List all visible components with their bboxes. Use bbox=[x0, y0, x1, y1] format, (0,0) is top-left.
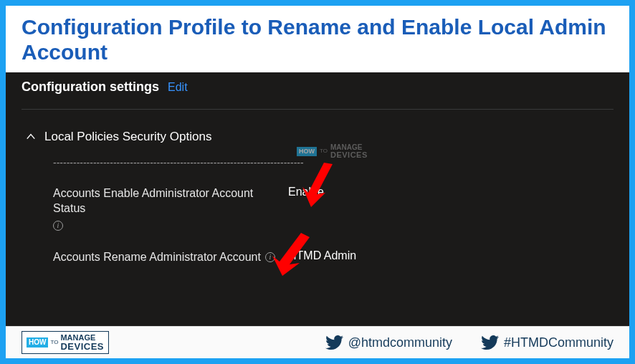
setting-label-text: Accounts Enable Administrator Account St… bbox=[53, 186, 282, 216]
footer-handles: @htmdcommunity #HTMDCommunity bbox=[325, 333, 613, 352]
info-icon[interactable]: i bbox=[265, 252, 275, 262]
setting-value: HTMD Admin bbox=[288, 249, 356, 262]
config-settings-panel: Configuration settings Edit Local Polici… bbox=[6, 72, 629, 326]
twitter-handle-community[interactable]: @htmdcommunity bbox=[325, 333, 452, 352]
info-icon[interactable]: i bbox=[53, 221, 63, 231]
footer-logo-to: TO bbox=[50, 340, 58, 345]
twitter-icon bbox=[481, 333, 500, 352]
panel-title: Configuration settings bbox=[22, 80, 159, 95]
setting-value: Enable bbox=[288, 186, 324, 198]
footer-logo-how: HOW bbox=[27, 337, 48, 348]
setting-row-rename-admin: Accounts Rename Administrator Account i … bbox=[53, 249, 613, 265]
divider bbox=[22, 109, 613, 110]
twitter-hashtag-community[interactable]: #HTMDCommunity bbox=[481, 333, 613, 352]
twitter-icon bbox=[325, 333, 344, 352]
setting-label: Accounts Enable Administrator Account St… bbox=[53, 186, 282, 231]
panel-header: Configuration settings Edit bbox=[6, 72, 629, 103]
setting-label: Accounts Rename Administrator Account i bbox=[53, 249, 282, 265]
watermark-logo: HOW TO MANAGE DEVICES bbox=[297, 144, 368, 159]
watermark-devices: DEVICES bbox=[330, 151, 368, 159]
handle-text: @htmdcommunity bbox=[348, 335, 452, 350]
policy-section: Local Policies Security Options --------… bbox=[6, 115, 629, 265]
footer-logo: HOW TO MANAGE DEVICES bbox=[22, 331, 109, 354]
page-title: Configuration Profile to Rename and Enab… bbox=[22, 14, 613, 65]
setting-row-enable-admin: Accounts Enable Administrator Account St… bbox=[53, 186, 613, 231]
chevron-up-icon bbox=[26, 132, 36, 142]
handle-text: #HTMDCommunity bbox=[504, 335, 613, 350]
footer: HOW TO MANAGE DEVICES @htmdcommunity #HT… bbox=[6, 326, 629, 358]
header-area: Configuration Profile to Rename and Enab… bbox=[6, 6, 629, 72]
slide-frame: Configuration Profile to Rename and Enab… bbox=[0, 0, 635, 364]
watermark-to: TO bbox=[320, 148, 328, 154]
footer-logo-devices: DEVICES bbox=[60, 342, 104, 351]
policy-heading-text: Local Policies Security Options bbox=[44, 130, 211, 144]
setting-label-text: Accounts Rename Administrator Account bbox=[53, 249, 261, 265]
edit-link[interactable]: Edit bbox=[168, 81, 188, 94]
watermark-how: HOW bbox=[297, 147, 317, 156]
